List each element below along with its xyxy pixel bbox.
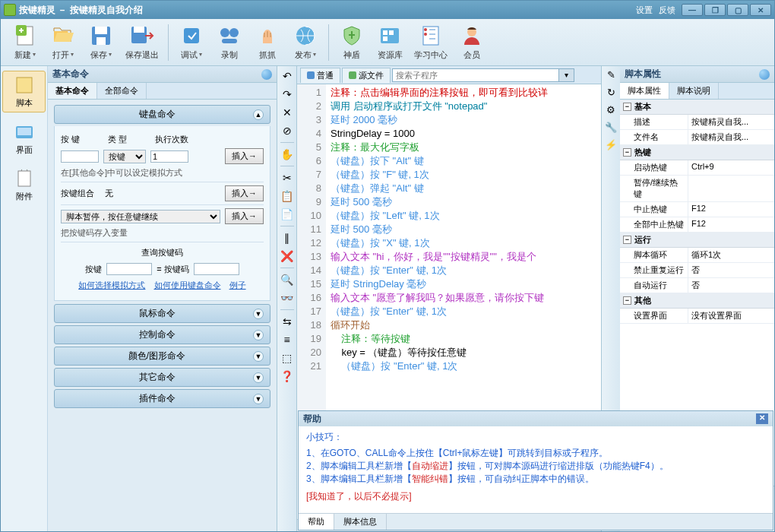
tab-basic-cmd[interactable]: 基本命令 [48,83,97,99]
help-dismiss[interactable]: [我知道了，以后不必提示] [306,490,765,503]
prop-cat-热键[interactable]: −热键 [620,145,774,160]
refresh-icon[interactable]: ↻ [607,87,615,98]
lookup-code-input[interactable] [194,263,239,275]
undo-icon[interactable]: ↶ [280,69,294,83]
tab-source[interactable]: 源文件 [342,68,391,83]
delete-icon[interactable]: ✕ [280,106,294,119]
prop-row[interactable]: 暂停/继续热键 [620,176,774,202]
help-line: 2、脚本编辑工具栏新增【自动缩进】按钮，可对脚本源码进行缩进排版（功能热键F4）… [306,460,765,473]
prop-row[interactable]: 设置界面没有设置界面 [620,309,774,324]
feedback-link[interactable]: 反馈 [659,5,675,16]
link-example[interactable]: 例子 [229,280,246,290]
prop-row[interactable]: 全部中止热键F12 [620,217,774,233]
svg-point-18 [424,33,427,36]
prop-cat-其他[interactable]: −其他 [620,293,774,309]
help-tab-script-info[interactable]: 脚本信息 [334,514,387,530]
titlebar: 按键精灵 － 按键精灵自我介绍 设置 反馈 — ❐ ▢ ✕ [1,1,774,19]
group-keyboard[interactable]: 键盘命令 ▲ [54,105,270,124]
left-nav: 脚本界面附件 [1,66,48,531]
leftnav-附件[interactable]: 附件 [2,165,46,205]
edit-icon[interactable]: ✎ [607,69,615,81]
insert-button-3[interactable]: 插入→ [225,208,264,224]
group-其它命令[interactable]: 其它命令▼ [54,368,270,387]
watch-icon[interactable]: 👓 [280,291,294,305]
main-toolbar: 新建▾打开▾保存▾保存退出调试▾录制抓抓发布▾神盾资源库学习中心会员 [1,19,774,66]
toolbar-录制[interactable]: 录制 [211,22,248,62]
help-icon[interactable] [759,69,770,80]
svg-rect-14 [389,30,394,35]
svg-point-8 [220,28,229,37]
key-input[interactable] [61,150,99,163]
toolbar-保存[interactable]: 保存▾ [83,22,119,62]
restore-button[interactable]: ❐ [704,4,726,16]
tab-desc[interactable]: 脚本说明 [669,83,719,99]
insert-button-2[interactable]: 插入→ [225,185,264,201]
minimize-button[interactable]: — [682,4,703,16]
search-input[interactable] [392,68,559,82]
cut-icon[interactable]: ✂ [280,171,294,185]
prop-row[interactable]: 描述按键精灵自我... [620,115,774,130]
copy-icon[interactable]: 📋 [280,189,294,203]
help-close-button[interactable]: ✕ [756,413,768,424]
swap-icon[interactable]: ⇆ [280,315,294,328]
maximize-button[interactable]: ▢ [727,4,748,16]
leftnav-界面[interactable]: 界面 [2,119,46,159]
group-鼠标命令[interactable]: 鼠标命令▼ [54,304,270,323]
link-sim-mode[interactable]: 如何选择模拟方式 [78,280,145,290]
svg-point-17 [424,28,427,31]
gear-icon[interactable]: ⚙ [606,104,615,116]
find-icon[interactable]: 🔍 [280,273,294,287]
toolbar-抓抓[interactable]: 抓抓 [249,22,286,62]
toolbar-发布[interactable]: 发布▾ [287,22,324,62]
group-插件命令[interactable]: 插件命令▼ [54,389,270,408]
toolbar-神盾[interactable]: 神盾 [334,22,370,62]
help-line: 1、在GOTO、CALL命令上按住【Ctrl+鼠标左键】可跳转到目标或子程序。 [306,447,765,460]
block-icon[interactable]: ⬚ [280,351,294,365]
prop-row[interactable]: 中止热键F12 [620,202,774,217]
insert-button-1[interactable]: 插入→ [225,148,264,164]
tab-prop[interactable]: 脚本属性 [620,83,669,99]
toolbar-新建[interactable]: 新建▾ [7,22,43,62]
prop-cat-基本[interactable]: −基本 [620,100,774,115]
count-input[interactable] [150,150,188,163]
comment-icon[interactable]: ∥ [280,231,294,245]
toolbar-会员[interactable]: 会员 [454,22,490,62]
toolbar-调试[interactable]: 调试▾ [173,22,210,62]
toolbar-学习中心[interactable]: 学习中心 [410,22,452,62]
group-控制命令[interactable]: 控制命令▼ [54,325,270,344]
lookup-key-input[interactable] [106,263,152,275]
help-icon[interactable] [261,69,272,80]
svg-rect-3 [95,27,107,34]
action-icon[interactable]: ⚡ [605,139,617,150]
prop-row[interactable]: 文件名按键精灵自我... [620,130,774,145]
indent-icon[interactable]: ≡ [280,333,294,347]
tab-all-cmd[interactable]: 全部命令 [97,83,147,99]
link-kb-cmd[interactable]: 如何使用键盘命令 [154,280,221,290]
uncomment-icon[interactable]: ❌ [280,249,294,263]
prop-cat-运行[interactable]: −运行 [620,233,774,248]
prop-row[interactable]: 脚本循环循环1次 [620,248,774,263]
group-颜色/图形命令[interactable]: 颜色/图形命令▼ [54,347,270,366]
leftnav-脚本[interactable]: 脚本 [2,71,46,112]
svg-rect-13 [383,30,388,35]
toolbar-打开[interactable]: 打开▾ [45,22,81,62]
prop-row[interactable]: 自动运行否 [620,278,774,293]
toolbar-资源库[interactable]: 资源库 [372,22,408,62]
settings-link[interactable]: 设置 [636,5,653,16]
pause-select[interactable]: 脚本暂停，按任意键继续 [61,210,220,223]
paste-icon[interactable]: 📄 [280,207,294,221]
tab-normal[interactable]: 普通 [300,68,340,83]
prop-row[interactable]: 禁止重复运行否 [620,263,774,278]
redo-icon[interactable]: ↷ [280,87,294,101]
close-button[interactable]: ✕ [750,4,771,16]
prop-row[interactable]: 启动热键Ctrl+9 [620,160,774,176]
help-icon[interactable]: ❓ [280,369,294,383]
toolbar-保存退出[interactable]: 保存退出 [121,22,163,62]
wrench-icon[interactable]: 🔧 [605,122,617,133]
disable-icon[interactable]: ⊘ [280,124,294,138]
help-panel: 帮助 ✕ 小技巧： 1、在GOTO、CALL命令上按住【Ctrl+鼠标左键】可跳… [298,410,773,530]
help-tab-help[interactable]: 帮助 [299,514,334,530]
hand-icon[interactable]: ✋ [280,147,294,161]
type-select[interactable]: 按键 [103,150,146,163]
search-dropdown[interactable]: ▾ [559,68,574,82]
